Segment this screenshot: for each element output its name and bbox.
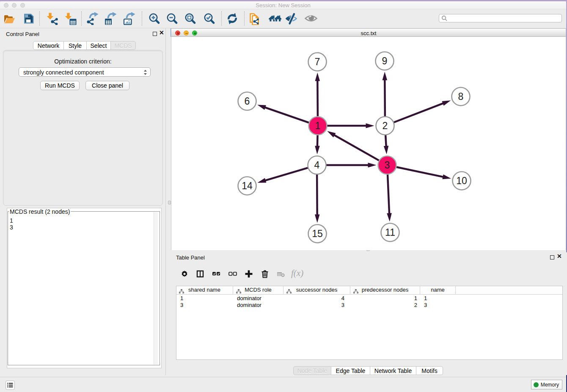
svg-text:14: 14 <box>242 180 253 191</box>
svg-text:6: 6 <box>245 96 250 107</box>
svg-text:8: 8 <box>458 91 464 102</box>
svg-text:15: 15 <box>312 228 323 239</box>
svg-text:4: 4 <box>314 160 320 171</box>
svg-text:3: 3 <box>385 160 390 171</box>
svg-text:2: 2 <box>383 120 388 131</box>
svg-text:7: 7 <box>315 56 320 67</box>
svg-text:1: 1 <box>315 120 321 131</box>
svg-text:11: 11 <box>385 227 395 238</box>
svg-text:10: 10 <box>456 175 467 186</box>
svg-text:9: 9 <box>382 55 388 66</box>
